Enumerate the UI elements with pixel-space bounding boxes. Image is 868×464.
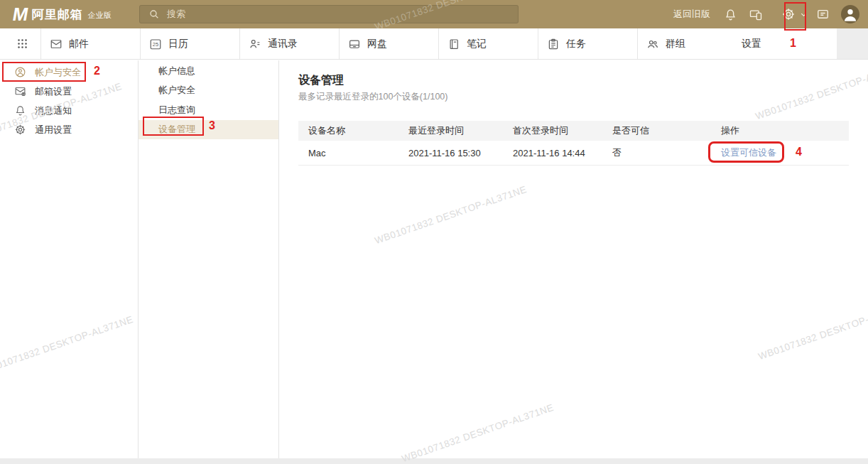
page-subtitle: 最多记录最近登录的100个设备(1/100): [298, 91, 447, 103]
device-table: 设备名称 最近登录时间 首次登录时间 是否可信 操作 Mac 2021-11-1…: [298, 121, 849, 166]
multi-device-icon[interactable]: [749, 7, 763, 21]
tab-label: 日历: [168, 38, 188, 50]
gear-icon: [14, 124, 26, 136]
chevron-down-icon[interactable]: [798, 7, 808, 21]
mail-icon: [50, 38, 63, 50]
tab-notes[interactable]: 笔记: [438, 28, 538, 59]
set-trusted-device-link[interactable]: 设置可信设备: [721, 141, 776, 165]
bottom-edge-strip: [0, 458, 868, 464]
alimail-logo-icon: M: [11, 5, 28, 23]
tab-mail[interactable]: 邮件: [40, 28, 140, 59]
sidebar-item-label: 消息通知: [35, 104, 72, 117]
device-management-panel: 设备管理 最多记录最近登录的100个设备(1/100) 设备名称 最近登录时间 …: [279, 60, 868, 464]
feedback-chat-icon[interactable]: [815, 7, 830, 21]
col-action: 操作: [721, 121, 739, 141]
tab-drive[interactable]: 网盘: [339, 28, 438, 59]
subnav-item-log-query[interactable]: 日志查询: [139, 100, 278, 120]
table-header-row: 设备名称 最近登录时间 首次登录时间 是否可信 操作: [298, 121, 849, 141]
col-first-login: 首次登录时间: [513, 121, 568, 141]
settings-gear-icon[interactable]: [781, 7, 796, 21]
tab-label: 群组: [666, 38, 685, 50]
search-input[interactable]: 搜索: [139, 5, 519, 23]
brand-name: 阿里邮箱: [32, 6, 83, 23]
brand-badge: 企业版: [88, 10, 112, 21]
navbar-filler: [837, 28, 868, 59]
bell-icon: [14, 104, 26, 117]
subnav-item-device-management[interactable]: 设备管理: [139, 120, 278, 140]
user-avatar[interactable]: [841, 5, 859, 23]
app-navbar: 邮件 25 日历 通讯录 网盘 笔记: [0, 28, 868, 60]
brand-logo: M 阿里邮箱 企业版: [13, 0, 112, 28]
sidebar-item-label: 帐户与安全: [35, 66, 81, 79]
tab-settings[interactable]: 设置: [739, 28, 837, 59]
search-placeholder: 搜索: [167, 8, 185, 21]
account-person-circle-icon: [14, 66, 26, 78]
sidebar-item-label: 邮箱设置: [35, 85, 72, 98]
cell-trusted: 否: [612, 141, 622, 165]
tab-contacts[interactable]: 通讯录: [239, 28, 339, 59]
search-icon: [147, 7, 161, 21]
contacts-icon: [249, 38, 261, 50]
sidebar-item-notifications[interactable]: 消息通知: [0, 101, 138, 120]
account-security-subnav: 帐户信息 帐户安全 日志查询 设备管理: [139, 60, 279, 464]
app-window: WB01071832 DESKTOP-AL371NE M 阿里邮箱 企业版 搜索…: [0, 0, 868, 464]
topbar-actions: 返回旧版: [673, 0, 868, 28]
settings-sidebar: 帐户与安全 邮箱设置 消息通知 通用设置: [0, 60, 139, 464]
col-trusted: 是否可信: [612, 121, 649, 141]
cell-device-name: Mac: [308, 141, 326, 165]
tab-calendar[interactable]: 25 日历: [140, 28, 239, 59]
subnav-item-label: 帐户信息: [158, 65, 195, 77]
mail-gear-icon: [14, 85, 26, 97]
tab-label: 笔记: [467, 38, 487, 50]
subnav-item-account-info[interactable]: 帐户信息: [139, 61, 278, 81]
topbar: WB01071832 DESKTOP-AL371NE M 阿里邮箱 企业版 搜索…: [0, 0, 868, 28]
col-last-login: 最近登录时间: [408, 121, 464, 141]
tab-tasks[interactable]: 任务: [538, 28, 637, 59]
page-title: 设备管理: [298, 73, 344, 88]
tab-label: 网盘: [367, 38, 387, 50]
tab-label: 任务: [566, 38, 586, 50]
sidebar-item-label: 通用设置: [35, 124, 72, 136]
drive-icon: [348, 38, 361, 50]
sidebar-item-general-settings[interactable]: 通用设置: [0, 120, 138, 139]
subnav-item-account-safety[interactable]: 帐户安全: [139, 81, 278, 101]
notification-bell-icon[interactable]: [723, 7, 737, 21]
tab-label: 邮件: [69, 38, 89, 50]
cell-first-login: 2021-11-16 14:44: [513, 141, 585, 165]
subnav-item-label: 日志查询: [158, 104, 195, 117]
sidebar-item-account-security[interactable]: 帐户与安全: [0, 63, 138, 82]
subnav-item-label: 帐户安全: [158, 84, 195, 97]
apps-grid-icon[interactable]: [17, 38, 28, 49]
table-row: Mac 2021-11-16 15:30 2021-11-16 14:44 否 …: [298, 141, 849, 166]
cell-last-login: 2021-11-16 15:30: [408, 141, 481, 165]
calendar-day-number: 25: [153, 41, 158, 48]
subnav-item-label: 设备管理: [158, 123, 195, 136]
tab-label: 设置: [742, 38, 761, 50]
tab-groups[interactable]: 群组: [637, 28, 737, 59]
groups-icon: [646, 38, 659, 50]
sidebar-item-mail-settings[interactable]: 邮箱设置: [0, 82, 138, 101]
col-device-name: 设备名称: [308, 121, 345, 141]
notes-icon: [447, 38, 460, 50]
tasks-icon: [547, 38, 560, 50]
back-to-old-version-link[interactable]: 返回旧版: [673, 8, 710, 21]
tab-label: 通讯录: [268, 38, 298, 50]
calendar-icon: 25: [149, 38, 162, 50]
